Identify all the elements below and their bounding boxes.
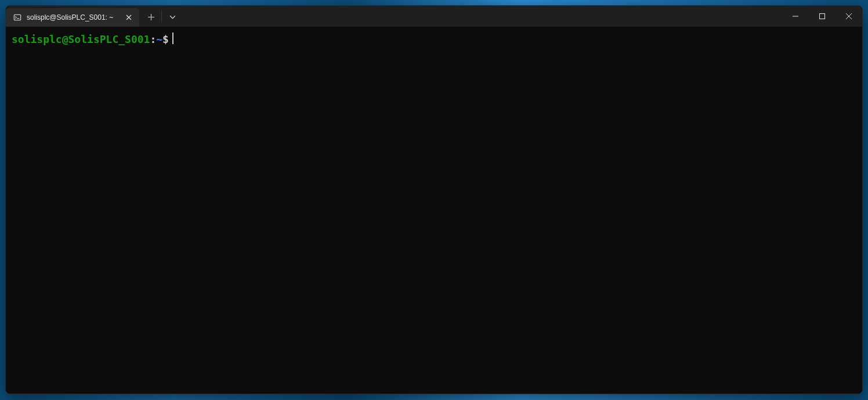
new-tab-button[interactable]: [142, 8, 160, 26]
terminal-body[interactable]: solisplc@SolisPLC_S001:~$: [6, 27, 862, 394]
svg-rect-0: [14, 15, 20, 20]
maximize-button[interactable]: [809, 6, 836, 27]
prompt-separator: :: [150, 33, 156, 46]
prompt-symbol: $: [162, 33, 169, 46]
prompt-path: ~: [156, 33, 162, 46]
terminal-window: solisplc@SolisPLC_S001: ~: [5, 5, 863, 394]
minimize-button[interactable]: [782, 6, 809, 27]
tab-dropdown-button[interactable]: [163, 8, 182, 26]
titlebar[interactable]: solisplc@SolisPLC_S001: ~: [6, 6, 862, 27]
tab-title: solisplc@SolisPLC_S001: ~: [27, 13, 115, 21]
prompt-line: solisplc@SolisPLC_S001:~$: [12, 31, 856, 46]
titlebar-drag-area[interactable]: [182, 6, 782, 27]
cursor: [172, 33, 173, 44]
tab-close-button[interactable]: [124, 13, 133, 22]
svg-rect-1: [820, 14, 825, 19]
prompt-user-host: solisplc@SolisPLC_S001: [12, 33, 150, 46]
window-controls: [782, 6, 862, 27]
close-button[interactable]: [836, 6, 862, 27]
tab-actions: [139, 6, 182, 27]
tab-active[interactable]: solisplc@SolisPLC_S001: ~: [6, 8, 139, 27]
divider: [161, 11, 162, 21]
terminal-icon: [13, 13, 22, 22]
